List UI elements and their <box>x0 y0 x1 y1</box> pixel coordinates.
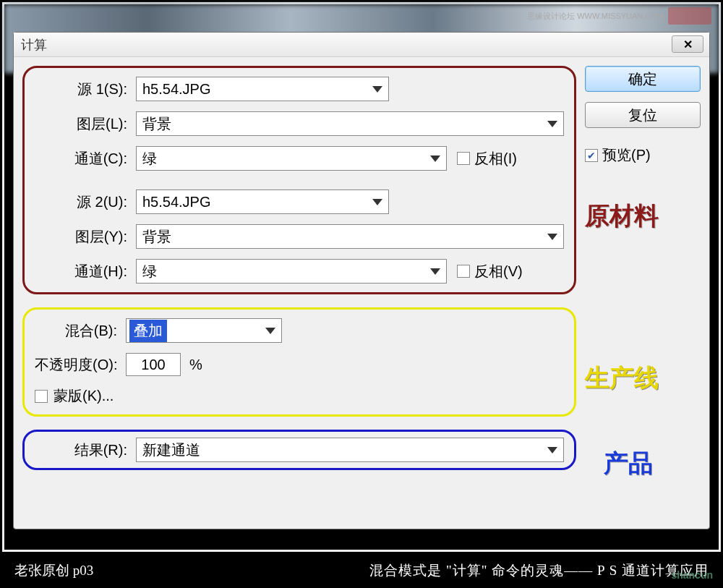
preview-checkbox[interactable]: ✔ 预览(P) <box>585 145 701 165</box>
close-icon: ✕ <box>683 38 693 51</box>
source1-channel-label: 通道(C): <box>35 149 136 169</box>
watermark-bottom: shancun <box>671 569 713 581</box>
ok-button[interactable]: 确定 <box>585 66 701 92</box>
percent-label: % <box>189 357 202 373</box>
sources-group: 源 1(S): h5.54.JPG 图层(L): 背景 <box>22 66 576 294</box>
footer-caption: 老张原创 p03 混合模式是 "计算" 命令的灵魂—— P S 通道计算应用 <box>0 556 723 585</box>
source1-invert-checkbox[interactable]: 反相(I) <box>457 149 517 169</box>
source1-label: 源 1(S): <box>35 80 136 99</box>
source1-channel-select[interactable]: 绿 <box>136 146 447 171</box>
footer-right-text: 混合模式是 "计算" 命令的灵魂—— P S 通道计算应用 <box>369 561 709 580</box>
source2-layer-select[interactable]: 背景 <box>136 224 564 249</box>
opacity-input[interactable] <box>126 353 181 376</box>
source2-label: 源 2(U): <box>35 192 136 212</box>
opacity-label: 不透明度(O): <box>35 355 126 375</box>
chevron-down-icon <box>430 268 440 275</box>
watermark-top: 思缘设计论坛 WWW.MISSYUAN.COM <box>527 7 711 25</box>
reset-button[interactable]: 复位 <box>585 102 701 128</box>
source2-channel-label: 通道(H): <box>35 262 136 281</box>
chevron-down-icon <box>547 447 557 453</box>
blend-label: 混合(B): <box>35 321 126 341</box>
chevron-down-icon <box>372 199 382 205</box>
blend-group: 混合(B): 叠加 不透明度(O): % 蒙版(K)... <box>22 307 576 417</box>
annotation-product: 产品 <box>604 447 701 480</box>
dialog-titlebar[interactable]: 计算 ✕ <box>14 33 709 57</box>
checkbox-icon <box>457 265 470 278</box>
checkbox-icon <box>35 390 48 403</box>
chevron-down-icon <box>430 155 440 162</box>
calculations-dialog: 计算 ✕ 源 1(S): h5.54.JPG <box>13 32 710 529</box>
chevron-down-icon <box>547 234 557 240</box>
result-label: 结果(R): <box>35 440 136 460</box>
annotation-raw-material: 原材料 <box>585 200 701 233</box>
source2-layer-label: 图层(Y): <box>35 227 136 247</box>
source2-select[interactable]: h5.54.JPG <box>136 189 389 214</box>
blend-mode-select[interactable]: 叠加 <box>126 318 282 343</box>
mask-checkbox[interactable]: 蒙版(K)... <box>35 386 564 406</box>
close-button[interactable]: ✕ <box>672 35 703 53</box>
source2-channel-select[interactable]: 绿 <box>136 259 447 284</box>
checkbox-icon <box>457 152 470 165</box>
watermark-logo-icon <box>668 7 711 25</box>
source1-layer-label: 图层(L): <box>35 114 136 134</box>
chevron-down-icon <box>547 121 557 127</box>
result-group: 结果(R): 新建通道 <box>22 430 576 470</box>
result-select[interactable]: 新建通道 <box>136 438 564 462</box>
annotation-pipeline: 生产线 <box>585 362 701 395</box>
source2-invert-checkbox[interactable]: 反相(V) <box>457 262 523 281</box>
footer-left-text: 老张原创 p03 <box>14 561 93 580</box>
source1-layer-select[interactable]: 背景 <box>136 111 564 136</box>
checkbox-checked-icon: ✔ <box>585 149 598 162</box>
source1-select[interactable]: h5.54.JPG <box>136 77 389 101</box>
chevron-down-icon <box>265 328 275 334</box>
chevron-down-icon <box>372 86 382 93</box>
dialog-title: 计算 <box>21 36 47 54</box>
